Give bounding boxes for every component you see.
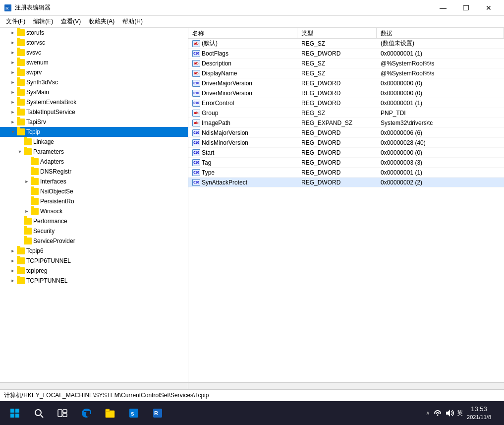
tree-toggle-icon[interactable] bbox=[9, 98, 17, 106]
detail-row[interactable]: abDescriptionREG_SZ@%SystemRoot%\s bbox=[188, 59, 504, 68]
detail-hscroll[interactable] bbox=[188, 383, 504, 389]
tree-item[interactable]: Performance bbox=[0, 216, 188, 226]
tree-item[interactable]: storufs bbox=[0, 28, 188, 38]
lang-indicator[interactable]: 英 bbox=[457, 409, 463, 418]
tree-item[interactable]: TabletInputService bbox=[0, 107, 188, 117]
detail-row[interactable]: 010TagREG_DWORD0x00000003 (3) bbox=[188, 158, 504, 168]
detail-row[interactable]: abDisplayNameREG_SZ@%SystemRoot%\s bbox=[188, 68, 504, 78]
tree-toggle-icon[interactable] bbox=[9, 108, 17, 116]
tree-item[interactable]: Winsock bbox=[0, 206, 188, 216]
detail-cell-data: 0x00000001 (1) bbox=[377, 169, 504, 176]
minimize-button[interactable]: — bbox=[432, 0, 454, 16]
tree-toggle-icon[interactable] bbox=[23, 187, 31, 195]
tree-item[interactable]: PersistentRo bbox=[0, 196, 188, 206]
detail-cell-name: 010Start bbox=[188, 149, 297, 156]
tree-item[interactable]: TapiSrv bbox=[0, 117, 188, 127]
detail-row[interactable]: 010NdisMinorVersionREG_DWORD0x00000028 (… bbox=[188, 138, 504, 148]
tree-toggle-icon[interactable] bbox=[9, 39, 17, 47]
show-desktop-button[interactable] bbox=[497, 402, 500, 424]
detail-row[interactable]: ab(默认)REG_SZ(数值未设置) bbox=[188, 39, 504, 49]
tree-item[interactable]: Tcpip bbox=[0, 127, 188, 137]
detail-row[interactable]: 010DriverMajorVersionREG_DWORD0x00000000… bbox=[188, 78, 504, 88]
tree-toggle-icon[interactable] bbox=[9, 257, 17, 265]
detail-scroll[interactable]: ab(默认)REG_SZ(数值未设置)010BootFlagsREG_DWORD… bbox=[188, 39, 504, 382]
tree-toggle-icon[interactable] bbox=[23, 158, 31, 166]
detail-row[interactable]: 010StartREG_DWORD0x00000000 (0) bbox=[188, 148, 504, 158]
tree-item[interactable]: tcpipreg bbox=[0, 266, 188, 276]
tree-toggle-icon[interactable] bbox=[9, 68, 17, 76]
svg-marker-18 bbox=[446, 410, 450, 417]
tree-toggle-icon[interactable] bbox=[16, 227, 24, 235]
regedit-button[interactable]: R bbox=[147, 402, 168, 424]
tree-item[interactable]: storvsc bbox=[0, 38, 188, 48]
chevron-up-icon[interactable]: ∧ bbox=[426, 410, 430, 417]
tree-toggle-icon[interactable] bbox=[9, 128, 17, 136]
tree-toggle-icon[interactable] bbox=[23, 168, 31, 176]
detail-row[interactable]: 010NdisMajorVersionREG_DWORD0x00000006 (… bbox=[188, 128, 504, 138]
tree-toggle-icon[interactable] bbox=[9, 267, 17, 275]
taskbar-clock[interactable]: 13:53 2021/11/8 bbox=[467, 405, 491, 422]
detail-row[interactable]: 010DriverMinorVersionREG_DWORD0x00000000… bbox=[188, 88, 504, 98]
tree-item[interactable]: svsvc bbox=[0, 48, 188, 58]
tree-toggle-icon[interactable] bbox=[9, 59, 17, 66]
tree-item[interactable]: TCPIP6TUNNEL bbox=[0, 256, 188, 266]
detail-cell-type: REG_DWORD bbox=[297, 169, 377, 176]
detail-row[interactable]: 010TypeREG_DWORD0x00000001 (1) bbox=[188, 168, 504, 178]
detail-row[interactable]: 010SynAttackProtectREG_DWORD0x00000002 (… bbox=[188, 178, 504, 187]
tree-toggle-icon[interactable] bbox=[9, 88, 17, 96]
tree-toggle-icon[interactable] bbox=[9, 29, 17, 37]
tree-toggle-icon[interactable] bbox=[23, 178, 31, 185]
tree-hscroll[interactable] bbox=[0, 383, 188, 389]
tree-item[interactable]: ServiceProvider bbox=[0, 236, 188, 246]
store-button[interactable]: s bbox=[123, 402, 145, 424]
detail-row[interactable]: abGroupREG_SZPNP_TDI bbox=[188, 108, 504, 118]
tree-item[interactable]: DNSRegistr bbox=[0, 167, 188, 177]
detail-row[interactable]: abImagePathREG_EXPAND_SZSystem32\drivers… bbox=[188, 118, 504, 128]
tree-toggle-icon[interactable] bbox=[23, 197, 31, 205]
tree-item[interactable]: Synth3dVsc bbox=[0, 77, 188, 87]
tree-toggle-icon[interactable] bbox=[9, 277, 17, 285]
edge-button[interactable] bbox=[75, 402, 97, 424]
tree-item[interactable]: SysMain bbox=[0, 87, 188, 97]
detail-row[interactable]: 010BootFlagsREG_DWORD0x00000001 (1) bbox=[188, 49, 504, 59]
tree-item[interactable]: Security bbox=[0, 226, 188, 236]
start-button[interactable] bbox=[4, 402, 26, 424]
tree-item-label: TCPIP6TUNNEL bbox=[26, 257, 71, 264]
tree-item[interactable]: Linkage bbox=[0, 137, 188, 147]
menu-item-4[interactable]: 帮助(H) bbox=[118, 16, 147, 27]
maximize-button[interactable]: ❐ bbox=[454, 0, 477, 16]
tree-item-label: TabletInputService bbox=[26, 109, 75, 116]
detail-row[interactable]: 010ErrorControlREG_DWORD0x00000001 (1) bbox=[188, 98, 504, 108]
search-button[interactable] bbox=[28, 402, 50, 424]
title-bar-left: R 注册表编辑器 bbox=[4, 3, 51, 12]
tree-toggle-icon[interactable] bbox=[16, 217, 24, 225]
tree-toggle-icon[interactable] bbox=[16, 148, 24, 156]
menu-item-1[interactable]: 编辑(E) bbox=[29, 16, 57, 27]
tree-toggle-icon[interactable] bbox=[9, 49, 17, 57]
tree-toggle-icon[interactable] bbox=[23, 207, 31, 215]
tree-toggle-icon[interactable] bbox=[16, 237, 24, 245]
tree-toggle-icon[interactable] bbox=[9, 118, 17, 126]
tree-item[interactable]: Parameters bbox=[0, 147, 188, 157]
tree-item[interactable]: Interfaces bbox=[0, 177, 188, 186]
detail-cell-name: 010DriverMinorVersion bbox=[188, 90, 297, 97]
tree-item[interactable]: swprv bbox=[0, 67, 188, 77]
tree-item[interactable]: TCPIPTUNNEL bbox=[0, 276, 188, 286]
tree-toggle-icon[interactable] bbox=[9, 78, 17, 86]
tree-scroll[interactable]: storufsstorvscsvsvcswenumswprvSynth3dVsc… bbox=[0, 28, 188, 382]
tree-item[interactable]: Tcpip6 bbox=[0, 246, 188, 256]
explorer-button[interactable] bbox=[99, 402, 121, 424]
reg-icon-dword: 010 bbox=[192, 80, 200, 87]
tree-toggle-icon[interactable] bbox=[9, 247, 17, 255]
menu-item-0[interactable]: 文件(F) bbox=[2, 16, 29, 27]
tree-item[interactable]: swenum bbox=[0, 58, 188, 67]
tree-item[interactable]: NsiObjectSe bbox=[0, 186, 188, 196]
tree-item[interactable]: SystemEventsBrok bbox=[0, 97, 188, 107]
tree-toggle-icon[interactable] bbox=[16, 138, 24, 146]
close-button[interactable]: ✕ bbox=[477, 0, 500, 16]
detail-cell-type: REG_SZ bbox=[297, 40, 377, 47]
menu-item-3[interactable]: 收藏夹(A) bbox=[85, 16, 118, 27]
menu-item-2[interactable]: 查看(V) bbox=[57, 16, 85, 27]
tree-item[interactable]: Adapters bbox=[0, 157, 188, 167]
task-view-button[interactable] bbox=[52, 402, 73, 424]
